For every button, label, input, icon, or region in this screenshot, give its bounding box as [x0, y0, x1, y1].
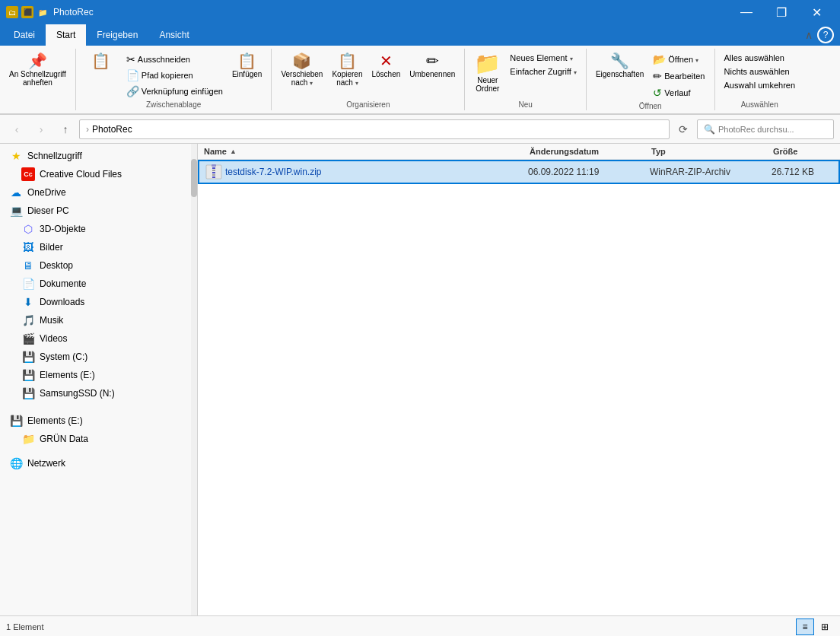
sidebar-scrollbar[interactable] [191, 144, 197, 615]
sidebar-item-dokumente[interactable]: 📄 Dokumente [0, 275, 197, 293]
sidebar-item-downloads[interactable]: ⬇ Downloads [0, 293, 197, 311]
sidebar-item-netzwerk[interactable]: 🌐 Netzwerk [0, 454, 197, 472]
tab-freigeben[interactable]: Freigeben [86, 24, 148, 46]
umkehren-label: Auswahl umkehren [724, 81, 796, 90]
umkehren-button[interactable]: Auswahl umkehren [721, 79, 799, 91]
shortcut-icon: 🔗 [126, 85, 139, 97]
close-button[interactable]: ✕ [799, 0, 834, 24]
sidebar-item-videos[interactable]: 🎬 Videos [0, 329, 197, 348]
open-icon: 📂 [653, 53, 666, 65]
sidebar-elements-e-label: Elements (E:) [40, 370, 95, 380]
view-detail-button[interactable]: ≡ [796, 619, 814, 635]
sidebar-netzwerk-label: Netzwerk [27, 458, 65, 469]
app-icon-3: 📁 [37, 6, 49, 18]
refresh-button[interactable]: ⟳ [673, 119, 694, 140]
bearbeiten-button[interactable]: ✏ Bearbeiten [650, 68, 708, 84]
sidebar-item-dieser-pc[interactable]: 💻 Dieser PC [0, 202, 197, 220]
pfad-kopieren-label: Pfad kopieren [142, 71, 193, 80]
alles-auswaehlen-button[interactable]: Alles auswählen [721, 52, 799, 64]
title-bar-app-icons: 🗂 ⬛ 📁 [6, 6, 49, 18]
ribbon-group-zwischenablage: 📋 ✂ Ausschneiden 📄 Pfad kopieren 🔗 Verkn… [76, 49, 272, 110]
sidebar-item-gruen-data[interactable]: 📁 GRÜN Data [0, 430, 197, 448]
eigenschaften-button[interactable]: 🔧 Eigenschaften [593, 52, 647, 80]
kopieren-nach-button[interactable]: 📋 Kopierennach ▾ [329, 52, 365, 88]
file-type: WinRAR-ZIP-Archiv [650, 167, 772, 177]
sidebar-gruen-label: GRÜN Data [40, 434, 88, 444]
ribbon-content: 📌 An Schnellzugriffanheften 📋 ✂ Ausschne… [0, 46, 840, 114]
verknuepfung-button[interactable]: 🔗 Verknüpfung einfügen [123, 84, 226, 99]
content-area: Name ▲ Änderungsdatum Typ Größe [198, 144, 840, 615]
sidebar-item-samsung-ssd[interactable]: 💾 SamsungSSD (N:) [0, 384, 197, 402]
tab-datei[interactable]: Datei [3, 24, 46, 46]
umbenennen-button[interactable]: ✏ Umbenennen [406, 52, 458, 80]
ribbon-group-zwischenablage-items: 📋 ✂ Ausschneiden 📄 Pfad kopieren 🔗 Verkn… [82, 49, 266, 99]
oeffnen-button[interactable]: 📂 Öffnen ▾ [650, 52, 708, 67]
window-controls[interactable]: — ❐ ✕ [729, 0, 834, 24]
star-icon: ★ [9, 149, 23, 163]
sidebar-item-schnellzugriff[interactable]: ★ Schnellzugriff [0, 147, 197, 165]
file-name[interactable]: testdisk-7.2-WIP.win.zip [225, 167, 528, 177]
copy-large-icon: 📋 [91, 53, 110, 68]
schnellzugriff-label: An Schnellzugriffanheften [9, 70, 66, 87]
status-text: 1 Element [6, 622, 44, 631]
sidebar-item-onedrive[interactable]: ☁ OneDrive [0, 183, 197, 202]
tab-ansicht[interactable]: Ansicht [148, 24, 199, 46]
ribbon-group-neu-items: 📁 NeuerOrdner Neues Element ▾ Einfacher … [471, 49, 580, 99]
sidebar-item-musik[interactable]: 🎵 Musik [0, 311, 197, 329]
verlauf-button[interactable]: ↺ Verlauf [650, 85, 708, 100]
address-bar[interactable]: › PhotoRec [79, 119, 670, 139]
kopieren-button[interactable]: 📋 [82, 52, 120, 70]
search-bar[interactable]: 🔍 [697, 119, 834, 139]
drive-e-icon: 💾 [21, 368, 35, 382]
neues-element-button[interactable]: Neues Element ▾ [507, 52, 580, 64]
forward-button[interactable]: › [30, 119, 52, 140]
nichts-auswaehlen-label: Nichts auswählen [724, 67, 790, 76]
search-input[interactable] [718, 125, 827, 134]
maximize-button[interactable]: ❐ [764, 0, 799, 24]
verschieben-button[interactable]: 📦 Verschiebennach ▾ [278, 52, 326, 88]
sidebar-item-desktop[interactable]: 🖥 Desktop [0, 256, 197, 275]
einfacher-zugriff-button[interactable]: Einfacher Zugriff ▾ [507, 65, 580, 78]
col-name-header[interactable]: Name ▲ [204, 147, 530, 156]
loeschen-button[interactable]: ✕ Löschen [368, 52, 403, 80]
desktop-icon: 🖥 [21, 259, 35, 272]
sidebar-item-elements-e[interactable]: 💾 Elements (E:) [0, 366, 197, 384]
paste-large-icon: 📋 [237, 53, 256, 68]
back-button[interactable]: ‹ [6, 119, 27, 140]
sidebar-musik-label: Musik [40, 315, 63, 326]
oeffnen-label: Öffnen ▾ [668, 55, 698, 64]
sidebar-item-3d-objekte[interactable]: ⬡ 3D-Objekte [0, 220, 197, 238]
ribbon-tabs: Datei Start Freigeben Ansicht ∧ ? [0, 24, 840, 46]
documents-icon: 📄 [21, 277, 35, 291]
minimize-button[interactable]: — [729, 0, 764, 24]
einfuegen-button[interactable]: 📋 Einfügen [229, 52, 265, 80]
neuer-ordner-button[interactable]: 📁 NeuerOrdner [471, 52, 504, 94]
schnellzugriff-button[interactable]: 📌 An Schnellzugriffanheften [6, 52, 69, 88]
edit-icon: ✏ [653, 70, 662, 82]
nichts-auswaehlen-button[interactable]: Nichts auswählen [721, 65, 799, 78]
sidebar-item-creative-cloud[interactable]: Cc Creative Cloud Files [0, 165, 197, 183]
sidebar-item-bilder[interactable]: 🖼 Bilder [0, 238, 197, 256]
address-crumb-photorec[interactable]: PhotoRec [92, 124, 132, 135]
tab-start[interactable]: Start [46, 24, 86, 46]
umbenennen-label: Umbenennen [409, 70, 455, 78]
col-date-header[interactable]: Änderungsdatum [530, 147, 651, 156]
delete-icon: ✕ [380, 53, 393, 68]
ausschneiden-button[interactable]: ✂ Ausschneiden [123, 52, 226, 67]
auswaehlen-label: Auswählen [741, 100, 778, 110]
neues-element-label: Neues Element ▾ [510, 53, 572, 62]
sidebar-item-elements-e2[interactable]: 💾 Elements (E:) [0, 412, 197, 430]
col-type-header[interactable]: Typ [651, 147, 773, 156]
sidebar-item-system-c[interactable]: 💾 System (C:) [0, 348, 197, 366]
up-button[interactable]: ↑ [55, 119, 76, 140]
col-size-header[interactable]: Größe [773, 147, 834, 156]
sidebar-samsung-label: SamsungSSD (N:) [40, 388, 115, 399]
view-icon-button[interactable]: ⊞ [816, 619, 834, 635]
expand-ribbon-button[interactable]: ∧ [805, 29, 813, 41]
svg-rect-6 [212, 176, 215, 178]
pfad-kopieren-button[interactable]: 📄 Pfad kopieren [123, 68, 226, 83]
table-row[interactable]: testdisk-7.2-WIP.win.zip 06.09.2022 11:1… [198, 160, 840, 184]
help-button[interactable]: ? [817, 27, 834, 43]
downloads-icon: ⬇ [21, 295, 35, 309]
ribbon-group-neu: 📁 NeuerOrdner Neues Element ▾ Einfacher … [465, 49, 587, 110]
